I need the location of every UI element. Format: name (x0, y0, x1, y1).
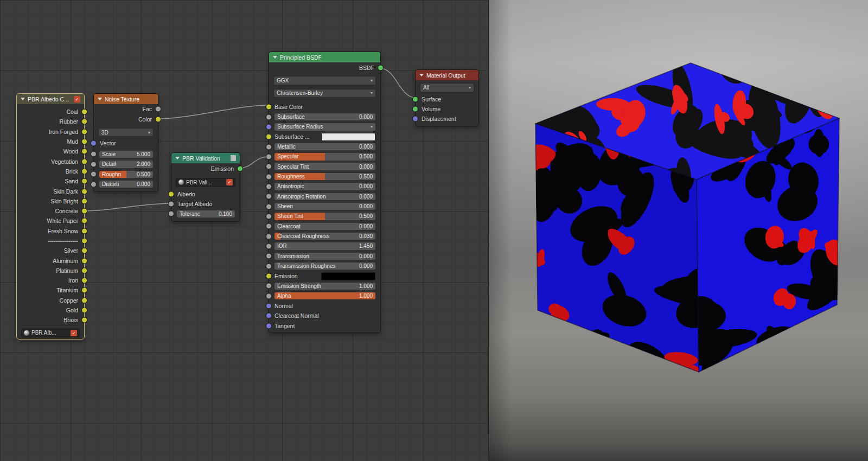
output-socket[interactable] (81, 218, 87, 224)
bsdf-input-row[interactable]: Roughness Roughness 0.500 Roughness ▾ Ro… (269, 171, 380, 181)
output-socket[interactable] (81, 109, 87, 115)
output-socket[interactable] (81, 317, 87, 323)
value-slider[interactable]: Anisotropic 0.000 (275, 183, 375, 190)
bsdf-input-row[interactable]: Tangent Tangent Tangent ▾ Tangent (269, 321, 380, 331)
node-header[interactable]: PBR Albedo C... ✓ (17, 94, 84, 104)
output-socket[interactable] (81, 178, 87, 184)
bsdf-input-row[interactable]: Normal Normal Normal ▾ Normal (269, 301, 380, 311)
bsdf-input-row[interactable]: Subsurface ... Subsurface ... Subsurface… (269, 132, 380, 142)
param-slider-row[interactable]: Distorti 0.000 (94, 179, 158, 189)
value-slider[interactable]: Sheen Tint 0.500 (275, 213, 375, 220)
bsdf-input-row[interactable]: Clearcoat Clearcoat 0.000 Clearcoat ▾ Cl… (269, 221, 380, 231)
node-pbr-albedo[interactable]: PBR Albedo C... ✓ Coal Rubber (16, 93, 85, 340)
bsdf-input-row[interactable]: Emission Emission Emission ▾ Emission (269, 271, 380, 281)
input-socket[interactable] (266, 313, 272, 319)
bsdf-input-row[interactable]: Anisotropic Anisotropic 0.000 Anisotropi… (269, 182, 380, 191)
node-header[interactable]: Noise Texture (94, 94, 158, 104)
shield-icon[interactable]: ✓ (71, 330, 77, 336)
node-header[interactable]: Principled BSDF (269, 52, 380, 62)
bsdf-input-row[interactable]: Specular Tint Specular Tint 0.000 Specul… (269, 162, 380, 171)
node-header[interactable]: PBR Validation (171, 153, 240, 163)
collapse-arrow-icon[interactable] (98, 98, 102, 100)
param-slider-row[interactable]: Scale 5.000 (94, 149, 158, 159)
output-socket[interactable] (81, 297, 87, 303)
value-slider[interactable]: Subsurface 0.000 (275, 113, 375, 121)
output-socket[interactable] (81, 139, 87, 145)
target-dropdown[interactable]: All ▾ (420, 83, 474, 92)
value-slider[interactable]: Metallic 0.000 (275, 143, 375, 151)
output-socket[interactable] (81, 267, 87, 273)
input-socket[interactable] (266, 283, 272, 289)
output-socket[interactable] (81, 168, 87, 174)
output-socket[interactable] (81, 278, 87, 284)
input-socket[interactable] (91, 181, 97, 187)
output-socket[interactable] (155, 106, 161, 112)
bsdf-input-row[interactable]: Clearcoat Normal Clearcoat Normal Clearc… (269, 311, 380, 321)
bsdf-input-row[interactable]: Anisotropic Rotation Anisotropic Rotatio… (269, 191, 380, 201)
bsdf-input-row[interactable]: Specular Specular 0.500 Specular ▾ Specu… (269, 152, 380, 162)
input-socket[interactable] (266, 323, 272, 329)
node-material-output[interactable]: Material Output All ▾ Surface Volume (415, 69, 479, 126)
value-slider[interactable]: Transmission Roughnes 0.000 (275, 262, 375, 270)
value-slider[interactable]: Anisotropic Rotation 0.000 (275, 193, 375, 201)
input-socket[interactable] (412, 96, 418, 102)
bsdf-input-row[interactable]: Alpha Alpha 1.000 Alpha ▾ Alpha (269, 291, 380, 301)
input-socket[interactable] (266, 243, 272, 249)
input-socket[interactable] (266, 144, 272, 150)
value-slider[interactable]: Emission Strength 1.000 (275, 283, 375, 290)
value-slider[interactable]: Scale 5.000 (99, 151, 153, 158)
value-slider[interactable]: Transmission 0.000 (275, 253, 375, 260)
output-socket[interactable] (81, 208, 87, 214)
input-socket[interactable] (168, 191, 174, 197)
output-socket[interactable] (81, 198, 87, 204)
input-socket[interactable] (91, 161, 97, 167)
value-slider[interactable]: Specular Tint 0.000 (275, 163, 375, 170)
input-socket[interactable] (266, 203, 272, 209)
output-socket[interactable] (81, 248, 87, 254)
output-socket[interactable] (155, 116, 161, 122)
input-socket[interactable] (412, 116, 418, 122)
output-socket[interactable] (81, 158, 87, 164)
bsdf-input-row[interactable]: Subsurface Subsurface 0.000 Subsurface ▾… (269, 112, 380, 121)
viewport-3d[interactable] (488, 0, 868, 461)
output-socket[interactable] (81, 258, 87, 264)
input-socket[interactable] (91, 151, 97, 157)
node-group-selector[interactable]: PBR Vali... ✓ (176, 178, 235, 187)
input-socket[interactable] (266, 164, 272, 170)
output-socket[interactable] (81, 238, 87, 244)
input-socket[interactable] (266, 124, 272, 130)
input-socket[interactable] (91, 140, 97, 146)
input-socket[interactable] (168, 211, 174, 217)
input-socket[interactable] (168, 201, 174, 207)
node-group-selector[interactable]: PBR Alb... ✓ (21, 329, 80, 338)
color-swatch[interactable] (321, 133, 375, 141)
input-socket[interactable] (266, 194, 272, 200)
value-slider[interactable]: Roughn 0.500 (99, 171, 153, 178)
collapse-arrow-icon[interactable] (21, 98, 25, 100)
param-slider-row[interactable]: Detail 2.000 (94, 159, 158, 169)
output-socket[interactable] (81, 308, 87, 313)
bsdf-input-row[interactable]: Base Color Base Color Base Color ▾ Base … (269, 102, 380, 112)
input-socket[interactable] (266, 134, 272, 140)
output-socket[interactable] (378, 65, 384, 71)
value-slider[interactable]: Detail 2.000 (99, 161, 153, 168)
input-socket[interactable] (412, 106, 418, 112)
vector-field[interactable]: Subsurface Radius ▾ (275, 123, 375, 131)
value-slider[interactable]: Specular 0.500 (275, 153, 375, 161)
input-socket[interactable] (266, 183, 272, 189)
value-slider[interactable]: Clearcoat 0.000 (275, 223, 375, 230)
output-socket[interactable] (81, 228, 87, 234)
value-slider[interactable]: Sheen 0.000 (275, 203, 375, 210)
input-socket[interactable] (266, 293, 272, 299)
value-slider[interactable]: Clearcoat Roughness 0.030 (275, 233, 375, 240)
collapse-arrow-icon[interactable] (419, 74, 424, 76)
tolerance-row[interactable]: Toleranc 0.100 (171, 209, 240, 219)
bsdf-input-row[interactable]: Subsurface Radius Subsurface Radius Subs… (269, 122, 380, 132)
output-socket[interactable] (237, 165, 243, 171)
bsdf-input-row[interactable]: Transmission Roughnes Transmission Rough… (269, 261, 380, 271)
bsdf-input-row[interactable]: Sheen Tint Sheen Tint 0.500 Sheen Tint ▾… (269, 212, 380, 221)
shield-icon[interactable]: ✓ (226, 179, 233, 185)
dimensions-dropdown[interactable]: 3D ▾ (98, 128, 154, 137)
input-socket[interactable] (266, 104, 272, 110)
output-socket[interactable] (81, 129, 87, 135)
